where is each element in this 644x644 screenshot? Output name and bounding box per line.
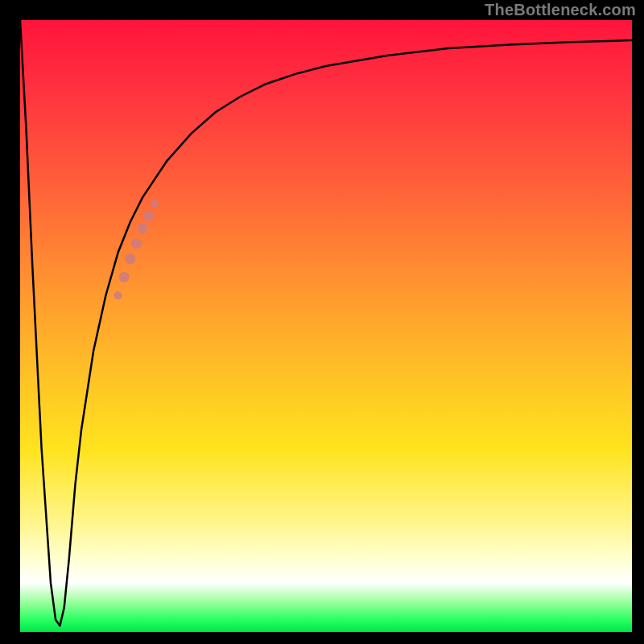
watermark-text: TheBottleneck.com [485, 1, 636, 19]
highlight-point [125, 254, 135, 264]
highlight-point [131, 238, 142, 249]
chart-frame: TheBottleneck.com [0, 0, 644, 644]
highlight-point [138, 223, 148, 233]
highlight-point [114, 291, 122, 299]
curve-svg [20, 20, 632, 632]
highlight-point [119, 272, 130, 283]
highlight-point [143, 211, 154, 221]
highlight-point [151, 200, 159, 208]
bottleneck-curve [20, 20, 632, 625]
highlight-segment [114, 200, 159, 299]
plot-area [20, 20, 632, 632]
